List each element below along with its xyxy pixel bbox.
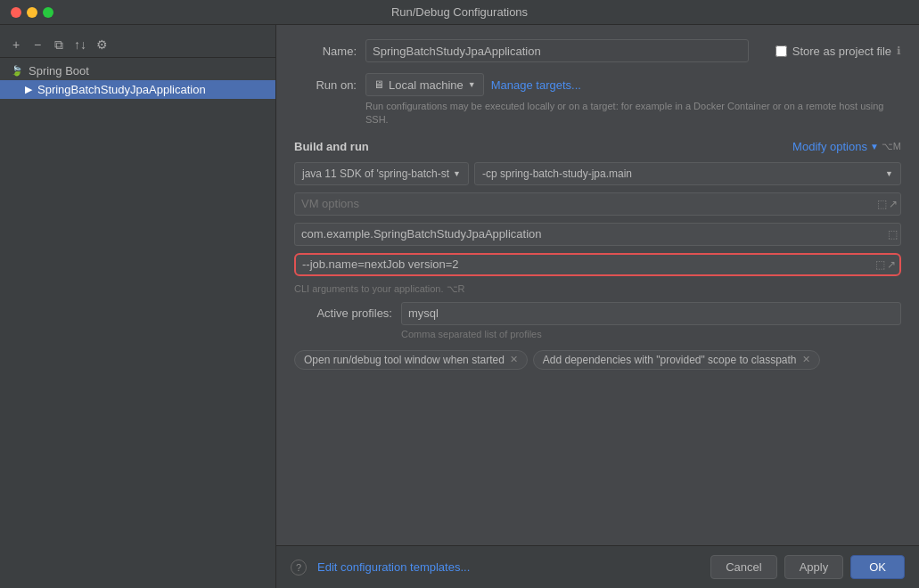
run-on-row: Run on: 🖥 Local machine ▼ Manage targets…: [294, 73, 901, 96]
program-args-buttons[interactable]: ⬚ ↗: [875, 258, 896, 271]
program-args-field: ⬚ ↗: [294, 253, 901, 276]
expand-args-icon: ⬚: [875, 258, 885, 271]
vm-options-buttons[interactable]: ⬚ ↗: [877, 198, 898, 210]
traffic-lights: [11, 7, 53, 18]
maximize-button[interactable]: [43, 7, 53, 18]
run-on-dropdown[interactable]: 🖥 Local machine ▼: [365, 73, 484, 96]
name-label: Name:: [294, 45, 357, 58]
active-profiles-label: Active profiles:: [294, 306, 392, 320]
tag-close-0[interactable]: ✕: [510, 354, 518, 365]
cp-chevron-icon: ▼: [885, 169, 893, 178]
bottom-left: ? Edit configuration templates...: [291, 559, 470, 576]
profiles-hint: Comma separated list of profiles: [401, 329, 901, 339]
ok-button[interactable]: OK: [850, 555, 905, 579]
name-input[interactable]: [365, 39, 749, 62]
copy-config-button[interactable]: ⧉: [50, 36, 68, 53]
build-run-title: Build and run: [294, 140, 369, 153]
manage-targets-link[interactable]: Manage targets...: [491, 78, 581, 92]
sidebar-group-spring-boot[interactable]: 🍃 Spring Boot: [0, 61, 275, 80]
window-title: Run/Debug Configurations: [391, 5, 528, 19]
tag-label-1: Add dependencies with "provided" scope t…: [543, 354, 797, 366]
run-config-icon: ▶: [25, 84, 32, 95]
modify-options-button[interactable]: Modify options ▼ ⌥M: [792, 140, 901, 153]
bottom-bar: ? Edit configuration templates... Cancel…: [276, 545, 919, 588]
program-args-input[interactable]: [294, 253, 901, 276]
build-run-section-header: Build and run Modify options ▼ ⌥M: [294, 140, 901, 153]
apply-button[interactable]: Apply: [784, 555, 844, 579]
main-class-buttons[interactable]: ⬚: [888, 228, 898, 241]
settings-config-button[interactable]: ⚙: [93, 36, 111, 53]
tag-close-1[interactable]: ✕: [802, 354, 810, 365]
name-row: Name: Store as project file ℹ: [294, 39, 901, 62]
close-button[interactable]: [11, 7, 21, 18]
tags-row: Open run/debug tool window when started …: [294, 350, 901, 370]
sidebar-toolbar: + − ⧉ ↑↓ ⚙: [0, 32, 275, 58]
bottom-right-buttons: Cancel Apply OK: [710, 555, 905, 579]
active-profiles-row: Active profiles:: [294, 302, 901, 325]
active-profiles-input[interactable]: [401, 302, 901, 325]
browse-icon: ⬚: [888, 228, 898, 241]
sidebar-item-spring-batch-app[interactable]: ▶ SpringBatchStudyJpaApplication: [0, 80, 275, 99]
cancel-button[interactable]: Cancel: [710, 555, 776, 579]
content-panel: Name: Store as project file ℹ Run on: 🖥 …: [276, 25, 919, 588]
store-as-project-checkbox[interactable]: [775, 45, 787, 57]
run-on-value: Local machine: [389, 78, 464, 92]
sdk-value: java 11 SDK of 'spring-batch-st: [302, 167, 449, 180]
sidebar-item-label: SpringBatchStudyJpaApplication: [37, 83, 206, 96]
add-config-button[interactable]: +: [7, 36, 25, 53]
store-as-project-label: Store as project file: [792, 45, 891, 58]
minimize-button[interactable]: [27, 7, 37, 18]
run-on-label: Run on:: [294, 78, 357, 92]
main-layout: + − ⧉ ↑↓ ⚙ 🍃 Spring Boot ▶ SpringBatchSt…: [0, 25, 919, 588]
tag-label-0: Open run/debug tool window when started: [304, 354, 505, 366]
main-class-field: ⬚: [294, 223, 901, 246]
store-as-project-info-icon: ℹ: [897, 45, 901, 57]
move-config-button[interactable]: ↑↓: [71, 36, 89, 53]
sdk-chevron-icon: ▼: [453, 169, 461, 178]
help-icon[interactable]: ?: [291, 559, 307, 576]
spring-boot-icon: 🍃: [11, 65, 23, 77]
remove-config-button[interactable]: −: [29, 36, 46, 53]
run-on-hint: Run configurations may be executed local…: [365, 100, 901, 127]
tag-open-run-window: Open run/debug tool window when started …: [294, 350, 528, 370]
cp-value: -cp spring-batch-study-jpa.main: [482, 167, 632, 180]
sidebar-group-label: Spring Boot: [29, 64, 89, 78]
program-args-hint: CLI arguments to your application. ⌥R: [294, 283, 901, 295]
form-area: Name: Store as project file ℹ Run on: 🖥 …: [276, 25, 919, 545]
edit-templates-link[interactable]: Edit configuration templates...: [317, 560, 470, 574]
sidebar: + − ⧉ ↑↓ ⚙ 🍃 Spring Boot ▶ SpringBatchSt…: [0, 25, 276, 588]
sdk-row: java 11 SDK of 'spring-batch-st ▼ -cp sp…: [294, 162, 901, 185]
main-class-input[interactable]: [294, 223, 901, 246]
machine-icon: 🖥: [373, 78, 384, 91]
external-args-icon: ↗: [887, 258, 896, 271]
external-icon: ↗: [889, 198, 898, 210]
sdk-dropdown[interactable]: java 11 SDK of 'spring-batch-st ▼: [294, 162, 469, 185]
title-bar: Run/Debug Configurations: [0, 0, 919, 25]
vm-options-input[interactable]: [294, 192, 901, 216]
expand-icon: ⬚: [877, 198, 887, 210]
vm-options-field: ⬚ ↗: [294, 192, 901, 216]
cp-dropdown[interactable]: -cp spring-batch-study-jpa.main ▼: [474, 162, 901, 185]
store-as-project-row: Store as project file ℹ: [775, 45, 901, 58]
run-on-chevron-icon: ▼: [468, 80, 476, 89]
tag-add-dependencies: Add dependencies with "provided" scope t…: [533, 350, 820, 370]
chevron-down-icon: ▼: [870, 142, 879, 151]
